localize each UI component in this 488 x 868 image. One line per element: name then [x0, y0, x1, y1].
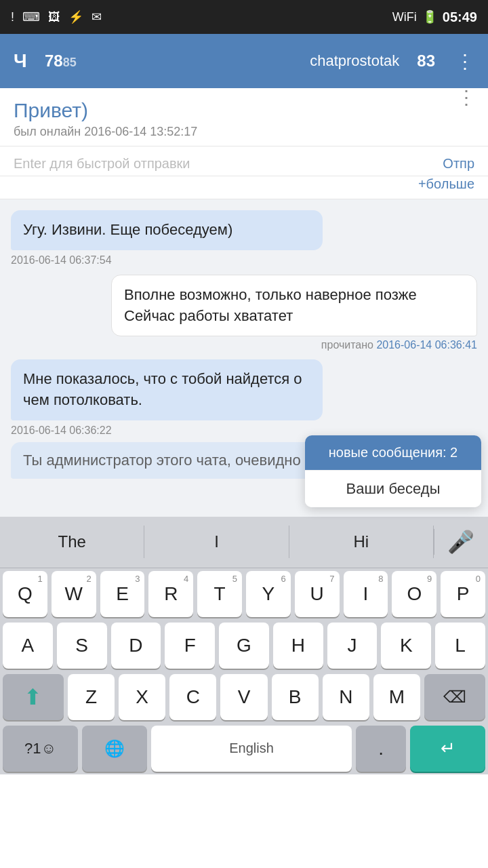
key-i[interactable]: 8I: [344, 571, 388, 617]
app-header: Ч 7885 chatprostotak 83 ⋮: [0, 34, 488, 88]
key-b[interactable]: B: [272, 674, 319, 720]
header-count: 7885: [45, 52, 77, 71]
key-v[interactable]: V: [220, 674, 267, 720]
options-send-text[interactable]: Отпр: [443, 156, 474, 172]
message-text-2: Вполне возможно, только наверное позжеСе…: [124, 285, 464, 327]
popup-new-messages[interactable]: новые сообщения: 2: [305, 435, 481, 470]
key-d[interactable]: D: [111, 623, 161, 669]
message-text-3: Мне показалось, что с тобой найдется о ч…: [23, 369, 310, 411]
key-e[interactable]: 3E: [100, 571, 145, 617]
key-u[interactable]: 7U: [295, 571, 340, 617]
key-r[interactable]: 4R: [148, 571, 193, 617]
period-key[interactable]: .: [356, 726, 406, 772]
key-z[interactable]: Z: [68, 674, 115, 720]
key-t[interactable]: 5T: [197, 571, 242, 617]
key-m[interactable]: M: [373, 674, 420, 720]
key-w[interactable]: 2W: [52, 571, 96, 617]
contact-status: был онлайн 2016-06-14 13:52:17: [14, 125, 474, 139]
status-time: 05:49: [443, 9, 477, 25]
key-j[interactable]: J: [327, 623, 378, 669]
status-bar: ! ⌨ 🖼 ⚡ ✉ WiFi 🔋 05:49: [0, 0, 488, 34]
shift-key[interactable]: ⬆: [3, 674, 64, 720]
key-s[interactable]: S: [57, 623, 107, 669]
key-g[interactable]: G: [219, 623, 269, 669]
status-bar-left: ! ⌨ 🖼 ⚡ ✉: [11, 9, 102, 24]
key-p[interactable]: 0P: [441, 571, 485, 617]
keyboard-row-numbers: 1Q 2W 3E 4R 5T 6Y 7U 8I 9O 0P: [0, 568, 488, 620]
globe-icon: 🌐: [104, 739, 125, 758]
usb-icon: ⚡: [68, 9, 83, 24]
popup-card: новые сообщения: 2 Ваши беседы: [305, 435, 481, 507]
image-icon: 🖼: [48, 10, 60, 24]
read-time-2: 2016-06-14 06:36:41: [376, 339, 477, 351]
options-enter-text: Enter для быстрой отправки: [14, 156, 190, 172]
key-n[interactable]: N: [323, 674, 369, 720]
read-label-2: прочитано: [321, 339, 377, 351]
key-q[interactable]: 1Q: [3, 571, 47, 617]
shift-icon: ⬆: [24, 684, 42, 710]
popup-container: Ты администратор этого чата, очевидно но…: [0, 442, 488, 517]
delete-key[interactable]: ⌫: [424, 674, 485, 720]
enter-key[interactable]: ↵: [410, 726, 485, 772]
key-h[interactable]: H: [273, 623, 323, 669]
symbols-key[interactable]: ?1☺: [3, 726, 78, 772]
contact-info: Привет) был онлайн 2016-06-14 13:52:17: [0, 88, 488, 146]
popup-your-chats[interactable]: Ваши беседы: [305, 470, 481, 507]
key-o[interactable]: 9O: [392, 571, 436, 617]
status-bar-right: WiFi 🔋 05:49: [392, 9, 477, 25]
key-c[interactable]: C: [169, 674, 216, 720]
keyboard-row-2: A S D F G H J K L: [0, 620, 488, 671]
options-more: +больше: [0, 176, 488, 199]
message-time-1: 2016-06-14 06:37:54: [11, 254, 477, 267]
message-partial: Ты администратор этого чата, очевидно: [11, 442, 323, 479]
header-chat-count: 83: [417, 52, 435, 71]
keyboard-suggestions: The I Hi 🎤: [0, 517, 488, 568]
message-1: Угу. Извини. Еще побеседуем) 2016-06-14 …: [11, 210, 477, 267]
gmail-icon: ✉: [92, 9, 102, 24]
microphone-button[interactable]: 🎤: [434, 529, 488, 555]
contact-menu-icon[interactable]: ⋮: [457, 88, 476, 107]
message-bubble-1: Угу. Извини. Еще побеседуем): [11, 210, 323, 250]
keyboard-row-4: ?1☺ 🌐 English . ↵: [0, 723, 488, 774]
suggestion-the[interactable]: The: [0, 526, 144, 558]
message-3: Мне показалось, что с тобой найдется о ч…: [11, 359, 477, 437]
key-y[interactable]: 6Y: [246, 571, 291, 617]
enter-icon: ↵: [441, 738, 455, 759]
alert-icon: !: [11, 10, 14, 24]
key-k[interactable]: K: [381, 623, 431, 669]
header-back-label[interactable]: Ч: [14, 50, 34, 72]
options-more-text[interactable]: +больше: [418, 176, 474, 191]
message-bubble-2: Вполне возможно, только наверное позжеСе…: [111, 275, 477, 337]
contact-name[interactable]: Привет): [14, 99, 474, 122]
message-text-1: Угу. Извини. Еще побеседуем): [23, 220, 310, 241]
keyboard: 1Q 2W 3E 4R 5T 6Y 7U 8I 9O 0P A S D F G …: [0, 568, 488, 774]
header-chat-name: chatprostotak: [310, 52, 399, 70]
wifi-icon: WiFi: [392, 10, 417, 24]
header-count-small: 85: [63, 56, 77, 69]
globe-key[interactable]: 🌐: [82, 726, 147, 772]
keyboard-row-3: ⬆ Z X C V B N M ⌫: [0, 671, 488, 723]
options-bar: Enter для быстрой отправки Отпр: [0, 146, 488, 176]
space-key[interactable]: English: [151, 726, 352, 772]
message-read-2: прочитано 2016-06-14 06:36:41: [11, 339, 477, 351]
key-x[interactable]: X: [119, 674, 165, 720]
key-a[interactable]: A: [3, 623, 53, 669]
message-2: Вполне возможно, только наверное позжеСе…: [11, 275, 477, 352]
header-menu-icon[interactable]: ⋮: [455, 50, 474, 73]
suggestion-hi[interactable]: Hi: [289, 526, 434, 558]
key-l[interactable]: L: [435, 623, 485, 669]
header-count-main: 78: [45, 52, 63, 70]
message-bubble-3: Мне показалось, что с тобой найдется о ч…: [11, 359, 323, 420]
suggestion-i[interactable]: I: [144, 526, 289, 558]
battery-icon: 🔋: [422, 9, 437, 24]
microphone-icon: 🎤: [447, 529, 474, 555]
keyboard-icon: ⌨: [22, 9, 40, 24]
messages-area: Угу. Извини. Еще побеседуем) 2016-06-14 …: [0, 199, 488, 442]
key-f[interactable]: F: [165, 623, 215, 669]
